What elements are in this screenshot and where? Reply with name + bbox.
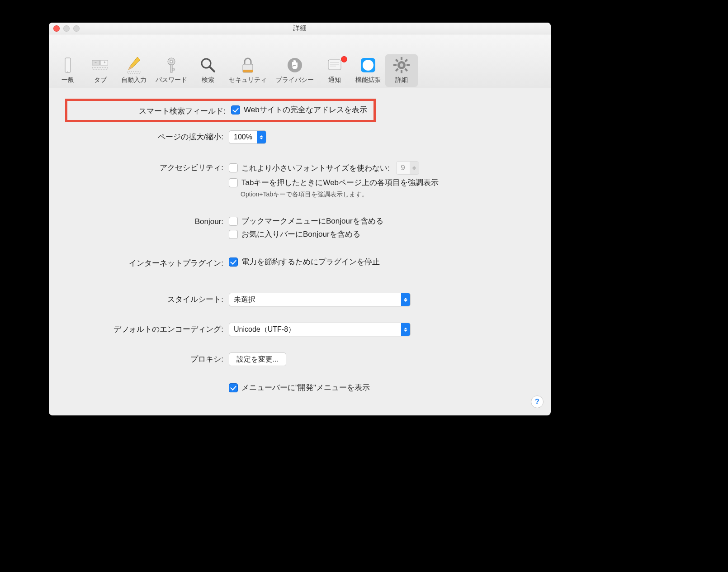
window-title: 詳細 [49,24,551,33]
stepper-icon [410,162,419,174]
tab-advanced[interactable]: 詳細 [385,54,418,87]
tab-highlight-checkbox[interactable] [229,178,238,187]
zoom-select[interactable]: 100% [229,130,266,144]
zoom-value: 100% [229,133,257,141]
svg-rect-20 [328,60,341,70]
tab-autofill[interactable]: 自動入力 [117,54,151,87]
help-icon: ? [535,398,539,406]
titlebar: 詳細 [49,23,551,34]
bonjour-bookmarks-checkbox[interactable] [229,217,238,226]
show-full-url-label: Webサイトの完全なアドレスを表示 [244,105,367,115]
proxy-row: プロキシ: 設定を変更... [65,353,534,366]
min-font-size-select: 9 [396,161,419,175]
stylesheet-label: スタイルシート: [65,293,229,305]
svg-point-11 [170,60,173,63]
svg-rect-32 [393,64,397,66]
smart-search-label: スマート検索フィールド: [67,105,231,116]
encoding-label: デフォルトのエンコーディング: [65,323,229,334]
tab-highlight-hint: Option+Tabキーで各項目を強調表示します。 [241,191,439,199]
svg-rect-6 [92,67,108,69]
tab-general[interactable]: 一般 [52,54,84,87]
encoding-row: デフォルトのエンコーディング: Unicode（UTF-8） [65,323,534,336]
svg-rect-34 [404,59,408,62]
bonjour-label: Bonjour: [65,216,229,226]
svg-text:+: + [104,61,106,65]
stepper-icon [401,293,410,306]
develop-row: メニューバーに"開発"メニューを表示 [65,382,534,393]
min-font-label: これより小さいフォントサイズを使わない: [241,163,390,173]
svg-rect-12 [170,64,172,72]
help-button[interactable]: ? [531,396,544,408]
stepper-icon [257,131,266,143]
preferences-window: 詳細 一般 −+ タブ 自動入力 パスワード [49,23,551,415]
bonjour-favorites-checkbox[interactable] [229,230,238,239]
svg-rect-33 [407,64,410,66]
key-icon [162,56,180,74]
bonjour-favorites-label: お気に入りバーにBonjourを含める [241,229,360,239]
svg-rect-17 [243,70,253,72]
zoom-row: ページの拡大/縮小: 100% [65,130,534,144]
notification-badge [341,56,347,62]
encoding-value: Unicode（UTF-8） [229,325,300,334]
tab-passwords[interactable]: パスワード [151,54,192,87]
pencil-icon [125,56,143,74]
tab-highlight-label: Tabキーを押したときにWebページ上の各項目を強調表示 [241,177,439,188]
min-font-size-value: 9 [397,164,410,172]
proxy-label: プロキシ: [65,353,229,364]
tab-tabs[interactable]: −+ タブ [84,54,117,87]
svg-rect-37 [404,68,408,72]
svg-point-25 [363,60,373,71]
tab-security[interactable]: セキュリティ [224,54,271,87]
smart-search-row-highlight: スマート検索フィールド: Webサイトの完全なアドレスを表示 [65,99,376,122]
svg-text:−: − [95,61,97,65]
compass-icon [359,56,377,74]
tab-extensions[interactable]: 機能拡張 [351,54,385,87]
plugin-powersave-checkbox[interactable] [229,257,238,267]
zoom-label: ページの拡大/縮小: [65,130,229,142]
bonjour-row: Bonjour: ブックマークメニューにBonjourを含める お気に入りバーに… [65,216,534,239]
svg-rect-35 [395,68,399,72]
min-font-checkbox[interactable] [229,163,238,172]
gear-icon [392,56,411,74]
advanced-pane: スマート検索フィールド: Webサイトの完全なアドレスを表示 ページの拡大/縮小… [49,88,551,405]
svg-rect-1 [67,72,68,72]
plugin-powersave-label: 電力を節約するためにプラグインを停止 [241,257,380,267]
search-icon [199,56,217,74]
stylesheet-select[interactable]: 未選択 [229,293,411,306]
preferences-toolbar: 一般 −+ タブ 自動入力 パスワード 検索 [49,34,551,88]
svg-rect-9 [128,72,140,73]
svg-rect-0 [65,58,71,72]
svg-rect-13 [172,69,175,70]
bonjour-bookmarks-label: ブックマークメニューにBonjourを含める [241,216,383,226]
develop-menu-label: メニューバーに"開発"メニューを表示 [241,382,370,393]
stylesheet-row: スタイルシート: 未選択 [65,293,534,306]
accessibility-label: アクセシビリティ: [65,161,229,173]
svg-line-15 [210,67,214,72]
plugins-row: インターネットプラグイン: 電力を節約するためにプラグインを停止 [65,257,534,268]
hand-icon [286,56,304,74]
lock-icon [239,56,257,74]
svg-point-29 [400,63,403,67]
tabs-icon: −+ [91,56,109,74]
svg-rect-36 [395,59,399,62]
tab-search[interactable]: 検索 [192,54,224,87]
develop-menu-checkbox[interactable] [229,383,238,392]
accessibility-row: アクセシビリティ: これより小さいフォントサイズを使わない: 9 Tabキーを押… [65,161,534,199]
tab-privacy[interactable]: プライバシー [271,54,318,87]
plugins-label: インターネットプラグイン: [65,257,229,268]
svg-rect-30 [401,57,402,60]
proxy-change-button[interactable]: 設定を変更... [229,353,286,366]
tab-notifications[interactable]: 通知 [318,54,351,87]
svg-rect-31 [401,70,402,73]
general-icon [59,56,77,74]
stepper-icon [401,323,410,336]
encoding-select[interactable]: Unicode（UTF-8） [229,323,411,336]
stylesheet-value: 未選択 [229,295,260,305]
show-full-url-checkbox[interactable] [231,105,240,114]
